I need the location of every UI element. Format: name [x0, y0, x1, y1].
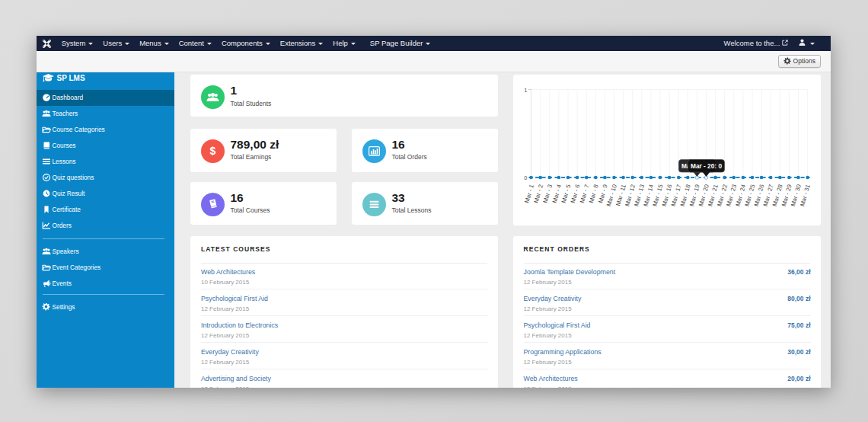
svg-text:Mar - 20: 0: Mar - 20: 0: [691, 162, 722, 170]
svg-text:1: 1: [524, 87, 527, 94]
svg-text:0: 0: [524, 174, 527, 181]
